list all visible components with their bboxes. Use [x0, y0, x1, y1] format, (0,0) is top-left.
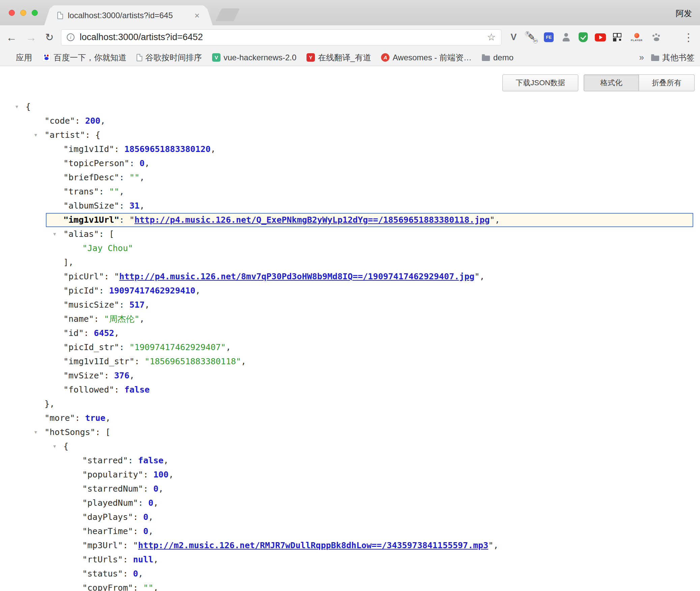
bookmark-apps[interactable]: 应用 — [5, 52, 32, 63]
reload-icon[interactable]: ↻ — [45, 32, 54, 42]
json-token: "" — [143, 583, 153, 591]
info-icon[interactable]: i — [67, 33, 75, 41]
json-url-link[interactable]: http://p4.music.126.net/8mv7qP30Pd3oHW8b… — [119, 272, 475, 281]
bookmark-google-sort[interactable]: 谷歌按时间排序 — [137, 52, 202, 63]
json-token: "hearTime" — [82, 526, 133, 536]
json-token: , — [153, 555, 158, 564]
fe-extension-icon[interactable]: FE — [544, 32, 554, 42]
json-token: 200 — [85, 116, 100, 126]
json-token: , — [114, 328, 119, 338]
player-extension-icon[interactable]: PLAYER — [629, 32, 645, 43]
json-token: : { — [85, 130, 100, 140]
window-minimize-button[interactable] — [20, 10, 26, 16]
json-token: "dayPlays" — [82, 512, 133, 522]
json-token: , — [140, 173, 145, 182]
profile-name[interactable]: 阿发 — [676, 8, 692, 19]
json-token: "topicPerson" — [63, 158, 129, 168]
json-token: "albumSize" — [63, 201, 119, 211]
bookmark-awesomes[interactable]: A Awesomes - 前端资… — [381, 52, 471, 63]
youtube-extension-icon[interactable] — [595, 33, 606, 41]
format-button[interactable]: 格式化 — [584, 74, 639, 91]
json-token: 0 — [148, 498, 153, 508]
json-token: , — [169, 470, 174, 479]
collapse-toggle-icon[interactable]: ▼ — [34, 425, 37, 439]
vue-icon: V — [212, 53, 221, 62]
back-icon[interactable]: ← — [6, 32, 17, 43]
bookmark-baidu[interactable]: 百度一下，你就知道 — [42, 52, 126, 63]
json-token: : — [114, 385, 124, 395]
json-url-link[interactable]: http://p4.music.126.net/Q_ExePNkmgB2yWyL… — [135, 215, 490, 225]
json-token: : — [75, 116, 85, 126]
bookmark-label: 百度一下，你就知道 — [54, 52, 126, 63]
json-actions: 下载JSON数据 格式化 折叠所有 — [502, 74, 695, 91]
bookmark-youdao-translate[interactable]: Y 在线翻译_有道 — [307, 52, 371, 63]
user-extension-icon[interactable] — [561, 32, 572, 43]
json-token: , — [211, 144, 216, 154]
download-json-button[interactable]: 下载JSON数据 — [502, 74, 578, 91]
bookmark-vue-hackernews[interactable]: V vue-hackernews-2.0 — [212, 53, 296, 62]
bookmark-label: 应用 — [16, 52, 32, 63]
json-token: : — [143, 484, 153, 494]
tab-strip: localhost:3000/artists?id=645 × 阿发 — [0, 0, 700, 25]
json-line: "id": 6452, — [46, 326, 693, 340]
json-token: : — [133, 583, 143, 591]
browser-tab[interactable]: localhost:3000/artists?id=645 × — [51, 5, 206, 25]
json-token: 6452 — [94, 328, 114, 338]
bookmark-demo-folder[interactable]: demo — [482, 53, 514, 62]
tab-close-icon[interactable]: × — [195, 11, 200, 20]
json-token: : — [99, 286, 109, 296]
window-zoom-button[interactable] — [32, 10, 38, 16]
collapse-toggle-icon[interactable]: ▼ — [53, 439, 56, 454]
collapse-toggle-icon[interactable]: ▼ — [34, 128, 37, 142]
json-token: true — [85, 413, 105, 423]
json-url-link[interactable]: http://m2.music.126.net/RMJR7wDullRqppBk… — [138, 540, 489, 550]
json-token: "mvSize" — [63, 371, 104, 380]
json-token: : — [133, 526, 143, 536]
chinese-badge: 英 — [525, 31, 530, 36]
json-token: 18569651883380120 — [124, 144, 211, 154]
v-extension-icon[interactable]: V — [508, 32, 519, 43]
bookmark-label: demo — [493, 53, 514, 62]
shield-extension-icon[interactable] — [579, 32, 588, 42]
json-token: "周杰伦" — [104, 314, 139, 324]
collapse-all-button[interactable]: 折叠所有 — [639, 74, 695, 91]
new-tab-button[interactable] — [215, 8, 240, 21]
url-text[interactable]: localhost:3000/artists?id=6452 — [80, 32, 482, 42]
json-token: }, — [45, 399, 55, 409]
collapse-toggle-icon[interactable]: ▼ — [16, 100, 18, 114]
qr-code-extension-icon[interactable] — [613, 33, 621, 41]
other-bookmarks-folder[interactable]: 其他书签 — [651, 52, 695, 63]
json-token: 0 — [153, 484, 158, 494]
json-token: 517 — [129, 300, 145, 310]
json-line: "picId_str": "19097417462929407", — [46, 340, 693, 354]
json-line: "starredNum": 0, — [65, 482, 693, 496]
json-token: , — [148, 512, 153, 522]
json-token: : — [119, 342, 129, 352]
json-token: : — [84, 328, 94, 338]
json-line: "musicSize": 517, — [46, 298, 693, 312]
format-segment: 格式化 折叠所有 — [584, 74, 695, 91]
json-token: false — [138, 456, 164, 465]
forward-icon[interactable]: → — [26, 32, 36, 43]
collapse-toggle-icon[interactable]: ▼ — [53, 227, 56, 241]
json-token: 100 — [153, 470, 169, 479]
json-token: 376 — [114, 371, 129, 380]
window-close-button[interactable] — [9, 10, 15, 16]
json-token: , — [138, 569, 143, 579]
bookmark-label: 在线翻译_有道 — [318, 52, 371, 63]
address-bar[interactable]: i localhost:3000/artists?id=6452 ☆ — [61, 29, 501, 45]
json-token: "img1v1Url" — [63, 215, 119, 225]
json-token: "popularity" — [82, 470, 143, 479]
bookmark-label: 谷歌按时间排序 — [145, 52, 202, 63]
json-line: "trans": "", — [46, 185, 693, 199]
bookmarks-overflow-icon[interactable]: » — [639, 52, 644, 63]
json-token: : — [143, 470, 153, 479]
json-token: , — [119, 187, 124, 196]
json-token: : — [123, 569, 133, 579]
bookmark-star-icon[interactable]: ☆ — [487, 32, 496, 42]
youdao-translate-icon[interactable]: ✎ 英 en — [526, 32, 537, 43]
json-token: 19097417462929410 — [109, 286, 195, 296]
json-token: : — [119, 173, 129, 182]
browser-menu-icon[interactable]: ⋮ — [683, 32, 694, 43]
paw-extension-icon[interactable] — [652, 33, 661, 42]
